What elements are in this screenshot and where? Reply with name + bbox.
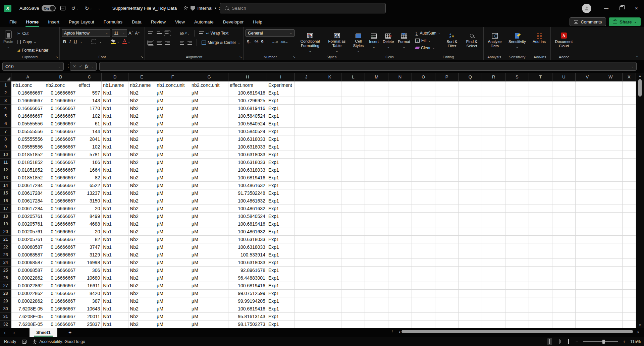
cell-C16[interactable]: 3150 <box>77 197 102 205</box>
row-header-23[interactable]: 23 <box>0 251 11 258</box>
cell-I2[interactable]: Exp1 <box>267 89 294 97</box>
cell-U27[interactable] <box>552 282 576 289</box>
cell-G22[interactable]: µM <box>190 243 228 251</box>
cell-X21[interactable] <box>622 235 636 243</box>
cell-F27[interactable]: µM <box>155 282 190 289</box>
cell-W27[interactable] <box>599 282 623 289</box>
cell-X30[interactable] <box>622 305 636 312</box>
cell-P28[interactable] <box>435 289 459 297</box>
cell-Q16[interactable] <box>459 197 482 205</box>
cell-B20[interactable]: 0.16666667 <box>44 228 77 235</box>
cell-B28[interactable]: 0.16666667 <box>44 289 77 297</box>
cell-S16[interactable] <box>505 197 529 205</box>
column-header-W[interactable]: W <box>599 73 623 81</box>
cell-D18[interactable]: Nb1 <box>102 212 128 220</box>
cell-H6[interactable]: 100.5840524 <box>228 120 267 127</box>
cell-T11[interactable] <box>529 158 552 166</box>
cell-R29[interactable] <box>482 297 505 305</box>
cell-Q2[interactable] <box>459 89 482 97</box>
cell-R1[interactable] <box>482 81 505 89</box>
cell-O2[interactable] <box>412 89 435 97</box>
cell-M25[interactable] <box>365 266 388 274</box>
cell-K12[interactable] <box>318 166 341 174</box>
cell-L1[interactable] <box>341 81 365 89</box>
cell-S30[interactable] <box>505 305 529 312</box>
column-header-K[interactable]: K <box>318 73 341 81</box>
cell-I20[interactable]: Exp1 <box>267 228 294 235</box>
cell-U21[interactable] <box>552 235 576 243</box>
cell-B32[interactable]: 0.16666667 <box>44 320 77 328</box>
cell-H9[interactable]: 100.6318033 <box>228 143 267 151</box>
cell-P32[interactable] <box>435 320 459 328</box>
cell-T24[interactable] <box>529 258 552 266</box>
cell-Q27[interactable] <box>459 282 482 289</box>
cell-C9[interactable]: 102 <box>77 143 102 151</box>
cell-T26[interactable] <box>529 274 552 282</box>
cell-W29[interactable] <box>599 297 623 305</box>
alignment-dialog-launcher[interactable]: ↘ <box>239 55 242 59</box>
cell-J17[interactable] <box>294 205 318 212</box>
cell-P5[interactable] <box>435 112 459 120</box>
font-size-select[interactable]: 11⌄ <box>112 29 127 37</box>
horizontal-scrollbar[interactable]: ⋮ ◂ ▸ <box>390 329 639 334</box>
tab-insert[interactable]: Insert <box>43 16 64 27</box>
cell-J13[interactable] <box>294 174 318 181</box>
cell-G14[interactable]: µM <box>190 181 228 189</box>
cell-E9[interactable]: Nb2 <box>128 143 155 151</box>
cell-S23[interactable] <box>505 251 529 258</box>
cell-E15[interactable]: Nb2 <box>128 189 155 197</box>
cell-U17[interactable] <box>552 205 576 212</box>
cell-B5[interactable]: 0.16666667 <box>44 112 77 120</box>
cell-Q24[interactable] <box>459 258 482 266</box>
cell-B21[interactable]: 0.16666667 <box>44 235 77 243</box>
cell-M20[interactable] <box>365 228 388 235</box>
cell-X6[interactable] <box>622 120 636 127</box>
cell-F15[interactable]: µM <box>155 189 190 197</box>
share-button[interactable]: Share ⌄ <box>609 17 641 26</box>
cell-H12[interactable]: 100.6318033 <box>228 166 267 174</box>
cell-B14[interactable]: 0.16666667 <box>44 181 77 189</box>
cell-M9[interactable] <box>365 143 388 151</box>
cell-M2[interactable] <box>365 89 388 97</box>
cell-E14[interactable]: Nb2 <box>128 181 155 189</box>
cell-A31[interactable]: 7.6208E-05 <box>11 312 44 320</box>
cell-J4[interactable] <box>294 104 318 112</box>
cell-L32[interactable] <box>341 320 365 328</box>
cell-D7[interactable]: Nb1 <box>102 127 128 135</box>
cell-G1[interactable]: nb2.conc.unit <box>190 81 228 89</box>
cell-X11[interactable] <box>622 158 636 166</box>
cell-D5[interactable]: Nb1 <box>102 112 128 120</box>
cell-J31[interactable] <box>294 312 318 320</box>
cell-K32[interactable] <box>318 320 341 328</box>
cell-W3[interactable] <box>599 97 623 104</box>
clipboard-dialog-launcher[interactable]: ↘ <box>55 55 58 59</box>
cell-M4[interactable] <box>365 104 388 112</box>
cell-X9[interactable] <box>622 143 636 151</box>
cell-T8[interactable] <box>529 135 552 143</box>
insert-function-button[interactable]: fx <box>85 64 88 69</box>
cell-B17[interactable]: 0.16666667 <box>44 205 77 212</box>
row-header-10[interactable]: 10 <box>0 151 11 158</box>
cell-L15[interactable] <box>341 189 365 197</box>
cell-E17[interactable]: Nb2 <box>128 205 155 212</box>
cell-U15[interactable] <box>552 189 576 197</box>
tab-page-layout[interactable]: Page Layout <box>64 16 99 27</box>
cell-N28[interactable] <box>388 289 412 297</box>
cell-O16[interactable] <box>412 197 435 205</box>
cell-C29[interactable]: 387 <box>77 297 102 305</box>
cell-T16[interactable] <box>529 197 552 205</box>
cell-I8[interactable]: Exp1 <box>267 135 294 143</box>
cell-M17[interactable] <box>365 205 388 212</box>
cell-F11[interactable]: µM <box>155 158 190 166</box>
cell-D17[interactable]: Nb1 <box>102 205 128 212</box>
cell-H17[interactable]: 100.4861632 <box>228 205 267 212</box>
scroll-left-icon[interactable]: ◂ <box>398 330 400 334</box>
column-header-U[interactable]: U <box>552 73 576 81</box>
cell-V18[interactable] <box>576 212 599 220</box>
cell-V32[interactable] <box>576 320 599 328</box>
cell-C4[interactable]: 1770 <box>77 104 102 112</box>
column-header-J[interactable]: J <box>294 73 318 81</box>
cell-C17[interactable]: 20 <box>77 205 102 212</box>
italic-button[interactable]: I <box>69 39 70 44</box>
cell-S11[interactable] <box>505 158 529 166</box>
